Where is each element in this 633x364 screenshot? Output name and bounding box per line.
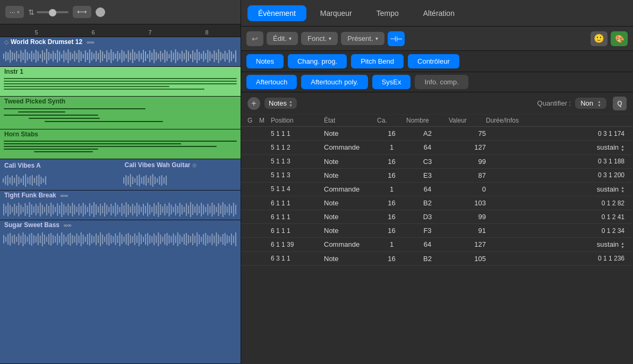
cali-waveform1-svg xyxy=(2,172,119,189)
svg-rect-8 xyxy=(20,50,21,62)
fonct-button[interactable]: Fonct. ▾ xyxy=(301,32,338,45)
svg-rect-300 xyxy=(93,236,95,242)
svg-rect-190 xyxy=(91,205,92,214)
svg-rect-153 xyxy=(12,207,13,212)
svg-rect-104 xyxy=(227,53,228,59)
cell-valeur: 127 xyxy=(449,240,486,248)
cell-position: 6 1 1 1 xyxy=(271,200,324,207)
svg-rect-231 xyxy=(179,203,181,216)
svg-rect-79 xyxy=(173,53,174,60)
table-row[interactable]: 6 3 1 1Note16B21050 1 1 236 xyxy=(241,252,633,266)
svg-rect-136 xyxy=(139,175,140,186)
table-header: G M Position État Ca. Nombre Valeur Duré… xyxy=(241,115,633,127)
add-button[interactable]: + xyxy=(247,97,260,110)
cell-etat: Note xyxy=(324,199,377,207)
ruler-mark-8: 8 xyxy=(205,29,208,36)
up-down-icon: ⇅ xyxy=(28,8,35,16)
slider-track[interactable] xyxy=(37,11,69,13)
svg-rect-222 xyxy=(160,204,161,215)
present-button[interactable]: Présent. ▾ xyxy=(341,32,384,45)
table-row[interactable]: 6 1 1 1Note16D3990 1 2 41 xyxy=(241,210,633,224)
track-horn[interactable]: Horn Stabs xyxy=(0,129,241,159)
cali-name2: Cali Vibes Wah Guitar xyxy=(125,161,191,169)
cali-loop-icon: ⊙ xyxy=(192,162,196,168)
table-row[interactable]: 6 1 1 1Note16B21030 1 2 82 xyxy=(241,196,633,210)
svg-rect-106 xyxy=(231,51,232,61)
table-row[interactable]: 5 1 1 3Note16C3990 3 1 188 xyxy=(241,155,633,169)
track-name-row: ◇ World Rock Drumset 12 ∞∞ xyxy=(0,37,241,46)
svg-rect-364 xyxy=(231,233,232,245)
track-name-label: Sugar Sweet Bass xyxy=(4,221,59,229)
svg-rect-225 xyxy=(166,206,167,213)
event-btn-after[interactable]: Aftertouch xyxy=(246,75,297,89)
event-btn-ctrl[interactable]: Contrôleur xyxy=(408,54,459,68)
event-btn-info[interactable]: Info. comp. xyxy=(415,75,468,89)
back-icon: ↩ xyxy=(252,34,258,43)
svg-rect-337 xyxy=(173,233,174,245)
event-btn-sysex[interactable]: SysEx xyxy=(372,75,411,89)
event-type-bar-2: Aftertouch Aftertouch poly. SysEx Info. … xyxy=(241,72,633,92)
loop-indicator: ∞∞ xyxy=(61,193,68,198)
tab-evenement[interactable]: Évènement xyxy=(247,5,306,21)
svg-rect-195 xyxy=(102,206,103,213)
menu-button[interactable]: ··· ▾ xyxy=(5,6,24,18)
table-row[interactable]: 6 1 1 1Note16F3910 1 2 34 xyxy=(241,224,633,238)
back-button[interactable]: ↩ xyxy=(246,31,263,46)
tab-marqueur[interactable]: Marqueur xyxy=(310,5,363,21)
table-row[interactable]: 6 1 1 39Commande164127sustain▲▼ xyxy=(241,238,633,252)
svg-rect-268 xyxy=(24,235,25,244)
svg-rect-61 xyxy=(134,52,135,60)
slider-thumb[interactable] xyxy=(49,9,56,16)
zoom-button[interactable]: ⟷ xyxy=(73,6,91,18)
timeline-ruler: 5 6 7 8 xyxy=(0,24,241,37)
svg-rect-212 xyxy=(139,205,140,214)
table-row[interactable]: 5 1 1 4Commande1640sustain▲▼ xyxy=(241,183,633,197)
tab-alteration[interactable]: Altération xyxy=(413,5,465,21)
svg-rect-54 xyxy=(119,53,120,59)
track-cali[interactable]: Cali Vibes A Cali Vibes Wah Guitar ⊙ xyxy=(0,159,241,190)
svg-rect-83 xyxy=(182,51,183,62)
table-row[interactable]: 5 1 1 1Note16A2750 3 1 174 xyxy=(241,127,633,141)
quantifier-select[interactable]: Non ▲ ▼ xyxy=(575,98,606,109)
cali-waveform xyxy=(0,171,241,190)
svg-rect-162 xyxy=(31,204,32,215)
track-sugar[interactable]: Sugar Sweet Bass ∞∞ xyxy=(0,220,241,364)
cell-valeur: 87 xyxy=(449,171,486,179)
sustain-stepper[interactable]: ▲▼ xyxy=(621,186,625,193)
q-button[interactable]: Q xyxy=(613,97,627,110)
track-world-rock[interactable]: ◇ World Rock Drumset 12 ∞∞ // Generate r… xyxy=(0,37,241,67)
event-btn-notes[interactable]: Notes xyxy=(246,54,284,68)
cell-valeur: 99 xyxy=(449,213,486,221)
emoji-button[interactable]: 🙂 xyxy=(591,31,608,46)
track-tweed[interactable]: Tweed Picked Synth xyxy=(0,97,241,129)
svg-rect-24 xyxy=(55,53,56,59)
track-name-label: Horn Stabs xyxy=(4,131,38,138)
svg-rect-235 xyxy=(188,205,189,214)
svg-rect-286 xyxy=(63,235,64,244)
cell-duree: 0 1 1 236 xyxy=(486,255,627,262)
tab-tempo[interactable]: Tempo xyxy=(366,5,409,21)
event-btn-afterpoly[interactable]: Aftertouch poly. xyxy=(301,75,367,89)
svg-rect-279 xyxy=(48,234,49,245)
table-row[interactable]: 5 1 1 3Note16E3870 3 1 200 xyxy=(241,169,633,183)
midi-align-button[interactable]: ⊣⊢ xyxy=(388,31,405,46)
track-tight[interactable]: Tight Funk Break ∞∞ xyxy=(0,190,241,220)
event-btn-chang[interactable]: Chang. prog. xyxy=(288,54,347,68)
svg-rect-308 xyxy=(110,235,112,244)
svg-rect-204 xyxy=(122,203,123,216)
sustain-stepper[interactable]: ▲▼ xyxy=(621,144,625,152)
toolbar: ··· ▾ ⇅ ⟷ xyxy=(0,0,241,24)
track-instr1[interactable]: Instr 1 xyxy=(0,67,241,97)
svg-rect-206 xyxy=(126,202,127,217)
svg-rect-219 xyxy=(153,203,155,216)
event-btn-pitch[interactable]: Pitch Bend xyxy=(351,54,404,68)
green-button[interactable]: 🎨 xyxy=(611,31,628,46)
svg-rect-361 xyxy=(225,233,226,246)
svg-rect-360 xyxy=(223,234,224,245)
filter-type-select[interactable]: Notes ▲ ▼ xyxy=(264,98,297,109)
svg-rect-267 xyxy=(22,232,23,246)
cell-position: 5 1 1 3 xyxy=(271,171,324,179)
edit-button[interactable]: Édit. ▾ xyxy=(267,32,298,45)
table-row[interactable]: 5 1 1 2Commande164127sustain▲▼ xyxy=(241,141,633,155)
sustain-stepper[interactable]: ▲▼ xyxy=(621,241,625,249)
